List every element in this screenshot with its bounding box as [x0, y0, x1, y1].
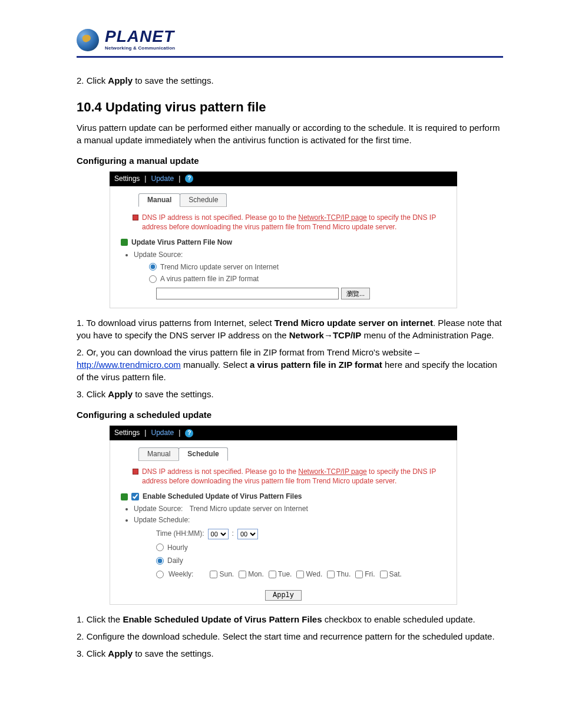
breadcrumb2-sep: | — [144, 428, 146, 438]
update-icon-2 — [121, 493, 128, 500]
alert-link[interactable]: Network-TCP/IP page — [298, 213, 367, 222]
sched-update-schedule-item: Update Schedule: — [134, 515, 446, 525]
radio-zip-row[interactable]: A virus pattern file in ZIP format — [149, 274, 446, 284]
intro-step-2-prefix: 2. Click — [77, 75, 108, 85]
ms3-c: to save the settings. — [133, 389, 214, 399]
tab2-manual[interactable]: Manual — [138, 447, 179, 461]
breadcrumb-sep: | — [144, 174, 146, 184]
alert-bullet-icon-2 — [133, 469, 138, 475]
alert2-link[interactable]: Network-TCP/IP page — [298, 467, 367, 476]
lbl-sat: Sat. — [389, 569, 402, 579]
intro-step-2-suffix: to save the settings. — [133, 75, 214, 85]
time-row: Time (HH:MM): 00 : 00 — [156, 529, 446, 539]
radio-internet[interactable] — [149, 263, 157, 271]
lbl-thu: Thu. — [336, 569, 351, 579]
chk-sun[interactable] — [210, 571, 217, 578]
lbl-tue: Tue. — [278, 569, 292, 579]
help-icon-2[interactable]: ? — [185, 429, 193, 437]
ms1-d: Network — [289, 330, 324, 340]
breadcrumb2-update[interactable]: Update — [151, 428, 174, 438]
ms1-e: TCP/IP — [333, 330, 361, 340]
manual-update-heading: Configuring a manual update — [77, 154, 503, 167]
radio-internet-row[interactable]: Trend Micro update server on Internet — [149, 262, 446, 272]
zip-path-input[interactable] — [156, 288, 339, 299]
brand-name: PLANET — [105, 28, 175, 45]
screenshot-titlebar: Settings | Update | ? — [110, 172, 457, 186]
trendmicro-link[interactable]: http://www.trendmicro.com — [77, 360, 181, 370]
hourly-row[interactable]: Hourly — [156, 543, 446, 553]
apply-button[interactable]: Apply — [265, 590, 302, 601]
radio-hourly[interactable] — [156, 543, 164, 551]
sched-step-3: 3. Click Apply to save the settings. — [77, 647, 503, 660]
radio-daily-label: Daily — [167, 556, 183, 566]
manual-step-1: 1. To download virus patterns from Inter… — [77, 317, 503, 341]
chk-thu[interactable] — [327, 571, 335, 578]
sched-update-source-item: Update Source: Trend Micro update server… — [134, 504, 446, 514]
browse-button[interactable]: 瀏覽... — [341, 288, 370, 299]
section-description: Virus pattern update can be performed ei… — [77, 121, 503, 146]
time-colon: : — [232, 529, 234, 539]
time-label: Time (HH:MM): — [156, 529, 204, 539]
intro-step-2: 2. Click Apply to save the settings. — [77, 74, 503, 87]
ms2-a: 2. Or, you can download the virus patter… — [77, 347, 419, 357]
lbl-wed: Wed. — [306, 569, 322, 579]
tab2-schedule[interactable]: Schedule — [178, 447, 227, 461]
hour-select[interactable]: 00 — [208, 529, 229, 539]
tab-bar-2: Manual Schedule — [138, 447, 446, 461]
tab-manual[interactable]: Manual — [138, 193, 180, 207]
radio-hourly-label: Hourly — [167, 543, 188, 553]
ss3-c: to save the settings. — [133, 648, 214, 658]
sched-step-1: 1. Click the Enable Scheduled Update of … — [77, 613, 503, 625]
sched-src-value: Trend Micro update server on Internet — [190, 505, 308, 513]
breadcrumb-update[interactable]: Update — [151, 174, 174, 184]
sched-src-label: Update Source: — [134, 505, 183, 513]
intro-step-2-bold: Apply — [108, 75, 133, 85]
enable-sched-title: Enable Scheduled Update of Virus Pattern… — [121, 492, 446, 502]
tab-bar: Manual Schedule — [138, 193, 446, 207]
manual-step-3: 3. Click Apply to save the settings. — [77, 388, 503, 400]
screenshot-schedule: Settings | Update | ? Manual Schedule DN… — [110, 426, 457, 605]
ss3-a: 3. Click — [77, 648, 108, 658]
breadcrumb2-settings[interactable]: Settings — [114, 428, 140, 438]
ss3-b: Apply — [108, 648, 133, 658]
ms2-c: a virus pattern file in ZIP format — [250, 360, 382, 370]
daily-row[interactable]: Daily — [156, 556, 446, 566]
chk-tue[interactable] — [269, 571, 276, 578]
ms2-b: manually. Select — [181, 360, 250, 370]
update-icon — [121, 239, 128, 246]
lbl-sun: Sun. — [219, 569, 234, 579]
chk-fri[interactable] — [355, 571, 363, 578]
radio-daily[interactable] — [156, 557, 164, 565]
ms3-b: Apply — [108, 389, 133, 399]
chk-mon[interactable] — [239, 571, 246, 578]
manual-step-2: 2. Or, you can download the virus patter… — [77, 346, 503, 383]
dns-alert-2: DNS IP address is not specified. Please … — [133, 467, 446, 486]
alert-bullet-icon — [133, 215, 138, 220]
radio-zip-label: A virus pattern file in ZIP format — [160, 274, 259, 284]
scheduled-update-heading: Configuring a scheduled update — [77, 409, 503, 421]
breadcrumb2-sep-2: | — [178, 428, 180, 438]
ms1-arrow: → — [324, 330, 333, 340]
chk-wed[interactable] — [296, 571, 304, 578]
radio-weekly-label: Weekly: — [168, 569, 193, 579]
lbl-mon: Mon. — [248, 569, 264, 579]
brand-logo: PLANET Networking & Communication — [77, 28, 503, 51]
ss1-c: checkbox to enable scheduled update. — [322, 614, 475, 624]
help-icon[interactable]: ? — [185, 174, 193, 183]
breadcrumb-settings[interactable]: Settings — [114, 174, 140, 184]
tab-schedule[interactable]: Schedule — [180, 193, 227, 207]
enable-scheduled-label: Enable Scheduled Update of Virus Pattern… — [143, 492, 302, 502]
radio-internet-label: Trend Micro update server on Internet — [160, 262, 279, 272]
screenshot-manual: Settings | Update | ? Manual Schedule DN… — [110, 172, 457, 308]
ss1-b: Enable Scheduled Update of Virus Pattern… — [123, 614, 322, 624]
ms1-f: menu of the Administration Page. — [361, 330, 494, 340]
minute-select[interactable]: 00 — [237, 529, 258, 539]
chk-sat[interactable] — [380, 571, 388, 578]
radio-weekly[interactable] — [156, 571, 164, 578]
ss1-a: 1. Click the — [77, 614, 123, 624]
enable-scheduled-checkbox[interactable] — [131, 493, 139, 500]
radio-zip[interactable] — [149, 275, 157, 283]
globe-icon — [77, 29, 99, 51]
weekly-row[interactable]: Weekly: Sun. Mon. Tue. Wed. Thu. Fri. Sa… — [156, 569, 446, 579]
update-now-label: Update Virus Pattern File Now — [131, 238, 232, 248]
